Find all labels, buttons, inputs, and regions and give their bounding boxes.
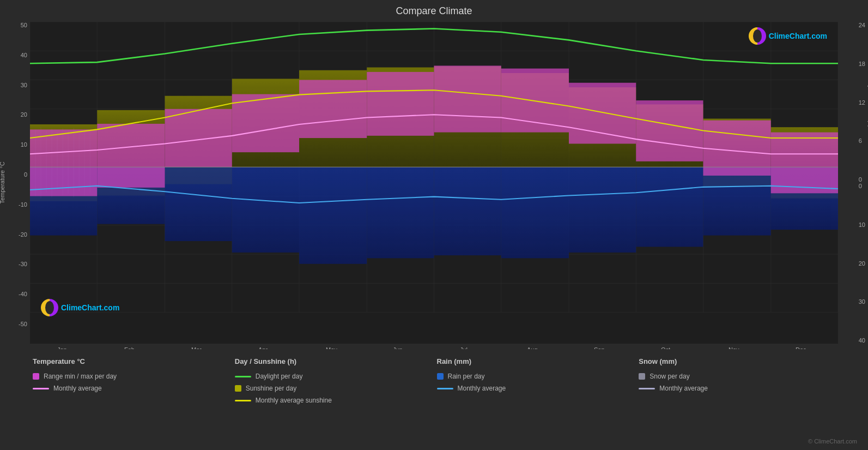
- y-axis-right-top: 24 18 12 6 0: [859, 22, 865, 183]
- y-left-10: 10: [21, 141, 27, 148]
- y-title-left: Temperature °C: [0, 161, 5, 203]
- svg-rect-65: [771, 133, 838, 194]
- legend-temp-range: Range min / max per day: [33, 373, 229, 380]
- svg-rect-58: [299, 80, 367, 139]
- svg-rect-55: [97, 124, 165, 188]
- y-left-0: 0: [24, 171, 27, 178]
- y-rain-30: 30: [859, 298, 865, 305]
- legend-rain-avg: Monthly average: [437, 385, 634, 392]
- legend-sunshine-avg: Monthly average sunshine: [235, 397, 432, 404]
- legend-temp-avg-icon: [33, 388, 49, 389]
- y-right-0: 0: [859, 176, 862, 183]
- legend-daylight-icon: [235, 376, 251, 377]
- y-axis-right-bottom: 0 10 20 30 40: [859, 183, 865, 344]
- y-left-20: 20: [21, 111, 27, 118]
- y-right-24: 24: [859, 22, 865, 28]
- logo-icon-left: [41, 299, 58, 316]
- legend-sunshine-day-label: Sunshine per day: [246, 385, 296, 392]
- legend-daylight-label: Daylight per day: [256, 373, 303, 380]
- svg-rect-28: [232, 167, 299, 253]
- y-rain-10: 10: [859, 221, 865, 228]
- logo-bottom-left: ClimeChart.com: [41, 299, 119, 316]
- legend-rain-title: Rain (mm): [437, 357, 634, 365]
- svg-rect-62: [569, 83, 636, 144]
- legend-rain-day-label: Rain per day: [448, 373, 485, 380]
- y-left-30: 30: [21, 82, 27, 88]
- legend-rain-day-icon: [437, 373, 444, 380]
- legend-sunshine-title: Day / Sunshine (h): [235, 357, 432, 365]
- y-right-6: 6: [859, 137, 862, 144]
- logo-text-right: ClimeChart.com: [769, 32, 827, 40]
- legend-temp-range-icon: [33, 373, 39, 380]
- y-left-n20: -20: [19, 231, 27, 238]
- y-rain-0: 0: [859, 183, 862, 189]
- legend-snow-avg: Monthly average: [639, 385, 835, 392]
- y-left-n50: -50: [19, 321, 27, 327]
- copyright: © ClimeChart.com: [808, 438, 857, 445]
- legend-snow-avg-icon: [639, 388, 655, 389]
- svg-rect-63: [636, 100, 703, 161]
- logo-icon-right: [749, 27, 766, 45]
- svg-rect-57: [232, 94, 299, 153]
- logo-text-left: ClimeChart.com: [61, 303, 119, 312]
- y-left-n40: -40: [19, 291, 27, 297]
- svg-rect-59: [367, 72, 434, 136]
- legend-sunshine: Day / Sunshine (h) Daylight per day Suns…: [235, 357, 432, 442]
- legend-sunshine-day: Sunshine per day: [235, 385, 432, 392]
- chart-svg: [30, 22, 838, 344]
- legend-sunshine-avg-icon: [235, 400, 251, 401]
- legend-snow-day: Snow per day: [639, 373, 835, 380]
- svg-rect-60: [434, 65, 501, 132]
- y-right-18: 18: [859, 61, 865, 67]
- chart-area: Strasbourg Strasbourg 50 40 30 20 10 0 -…: [30, 22, 838, 344]
- legend-temp-avg-label: Monthly average: [53, 385, 102, 392]
- legend-snow-avg-label: Monthly average: [659, 385, 708, 392]
- legend-rain-day: Rain per day: [437, 373, 634, 380]
- legend-temp-avg: Monthly average: [33, 385, 229, 392]
- legend-sunshine-day-icon: [235, 385, 241, 392]
- legend-sunshine-avg-label: Monthly average sunshine: [256, 397, 332, 404]
- page-container: Compare Climate Strasbourg Strasbourg 50…: [0, 0, 868, 450]
- page-title: Compare Climate: [0, 0, 868, 17]
- svg-rect-33: [569, 167, 636, 253]
- svg-rect-29: [299, 167, 367, 264]
- y-left-n10: -10: [19, 201, 27, 208]
- y-axis-left: 50 40 30 20 10 0 -10 -20 -30 -40 -50: [3, 22, 27, 327]
- logo-top-right: ClimeChart.com: [749, 27, 827, 45]
- svg-rect-39: [165, 167, 232, 184]
- y-left-n30: -30: [19, 261, 27, 267]
- legend-snow-day-label: Snow per day: [650, 373, 689, 380]
- legend-rain-avg-label: Monthly average: [458, 385, 506, 392]
- legend-rain-avg-icon: [437, 388, 453, 389]
- legend-snow-day-icon: [639, 373, 645, 380]
- legend-daylight: Daylight per day: [235, 373, 432, 380]
- svg-rect-32: [501, 167, 569, 258]
- y-right-12: 12: [859, 99, 865, 106]
- y-left-40: 40: [21, 52, 27, 58]
- legend-temp-title: Temperature °C: [33, 357, 229, 365]
- legend-temp-range-label: Range min / max per day: [44, 373, 117, 380]
- legend: Temperature °C Range min / max per day M…: [0, 349, 868, 450]
- legend-snow: Snow (mm) Snow per day Monthly average: [639, 357, 835, 442]
- svg-rect-56: [165, 109, 232, 167]
- legend-snow-title: Snow (mm): [639, 357, 835, 365]
- y-rain-20: 20: [859, 260, 865, 267]
- y-left-50: 50: [21, 22, 27, 28]
- svg-rect-31: [434, 167, 501, 255]
- svg-rect-30: [367, 167, 434, 258]
- legend-temp: Temperature °C Range min / max per day M…: [33, 357, 229, 442]
- svg-rect-34: [636, 167, 703, 247]
- legend-rain: Rain (mm) Rain per day Monthly average: [437, 357, 634, 442]
- y-rain-40: 40: [859, 337, 865, 344]
